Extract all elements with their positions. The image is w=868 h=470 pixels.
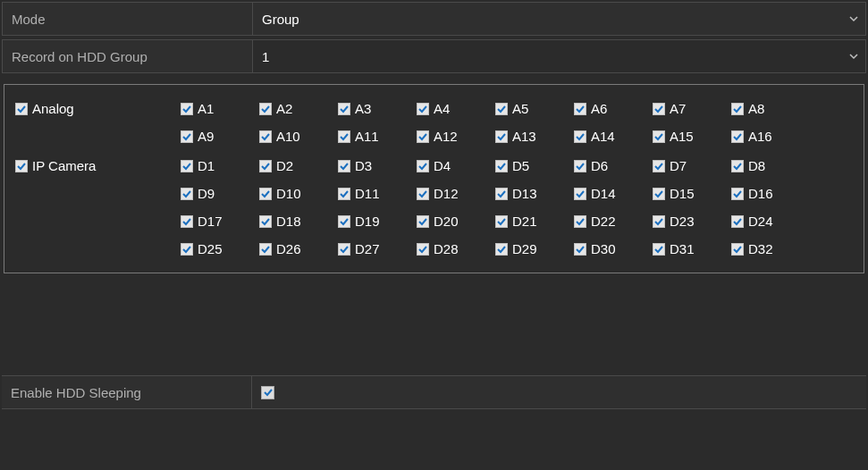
- checkbox-ipcamera-9[interactable]: [181, 188, 193, 200]
- checkbox-ipcamera-29[interactable]: [495, 243, 508, 256]
- checkbox-analog-8[interactable]: [731, 103, 744, 115]
- checkbox-analog-16[interactable]: [731, 130, 744, 143]
- checkbox-ipcamera-3[interactable]: [338, 160, 350, 172]
- channel-label: A16: [748, 129, 772, 144]
- checkbox-ipcamera-4[interactable]: [417, 160, 429, 172]
- checkbox-ipcamera-6[interactable]: [574, 160, 586, 172]
- checkbox-ipcamera-26[interactable]: [259, 243, 272, 256]
- channel-label: D5: [512, 158, 529, 173]
- checkbox-analog-all[interactable]: [15, 103, 28, 115]
- checkbox-analog-5[interactable]: [495, 103, 508, 115]
- checkbox-hdd-sleeping[interactable]: [261, 386, 274, 399]
- checkbox-analog-10[interactable]: [259, 130, 272, 143]
- hdd-sleeping-label: Enable HDD Sleeping: [2, 376, 252, 408]
- checkbox-ipcamera-8[interactable]: [731, 160, 744, 172]
- checkbox-analog-11[interactable]: [338, 130, 350, 143]
- checkbox-ipcamera-19[interactable]: [338, 215, 350, 228]
- checkbox-ipcamera-28[interactable]: [417, 243, 429, 256]
- channel-item: D22: [574, 214, 653, 229]
- channel-item: D27: [338, 241, 417, 256]
- checkbox-analog-9[interactable]: [181, 130, 193, 143]
- mode-label: Mode: [3, 3, 253, 35]
- checkbox-analog-12[interactable]: [417, 130, 429, 143]
- channel-item: A1: [181, 101, 259, 116]
- channel-item: D8: [731, 158, 810, 173]
- checkbox-ipcamera-32[interactable]: [731, 243, 744, 256]
- checkbox-ipcamera-24[interactable]: [731, 215, 744, 228]
- channel-item: A6: [574, 101, 653, 116]
- analog-grid: A1A2A3A4A5A6A7A8A9A10A11A12A13A14A15A16: [181, 101, 853, 144]
- checkbox-ipcamera-31[interactable]: [653, 243, 665, 256]
- channel-label: D17: [198, 214, 223, 229]
- channel-item: D9: [181, 186, 259, 201]
- channel-label: A1: [198, 101, 214, 116]
- channel-label: D1: [198, 158, 215, 173]
- channel-item: A9: [181, 129, 259, 144]
- channel-label: A3: [355, 101, 371, 116]
- channel-label: D4: [434, 158, 451, 173]
- checkbox-ipcamera-30[interactable]: [574, 243, 586, 256]
- channel-item: D18: [259, 214, 338, 229]
- checkbox-ipcamera-16[interactable]: [731, 188, 744, 200]
- checkbox-ipcamera-all[interactable]: [15, 160, 28, 172]
- record-group-value: 1: [262, 49, 269, 64]
- channel-item: D17: [181, 214, 259, 229]
- channel-item: D24: [731, 214, 810, 229]
- record-group-row: Record on HDD Group 1: [2, 39, 866, 73]
- hdd-sleeping-row: Enable HDD Sleeping: [2, 375, 866, 409]
- channel-item: D4: [417, 158, 495, 173]
- checkbox-ipcamera-1[interactable]: [181, 160, 193, 172]
- channel-label: D21: [512, 214, 537, 229]
- checkbox-ipcamera-12[interactable]: [417, 188, 429, 200]
- checkbox-ipcamera-20[interactable]: [417, 215, 429, 228]
- spacer: [2, 277, 866, 375]
- checkbox-analog-13[interactable]: [495, 130, 508, 143]
- channel-item: D5: [495, 158, 574, 173]
- checkbox-analog-7[interactable]: [653, 103, 665, 115]
- ipcamera-row: IP Camera D1D2D3D4D5D6D7D8D9D10D11D12D13…: [15, 158, 853, 256]
- channel-label: D24: [748, 214, 773, 229]
- channel-label: D6: [591, 158, 608, 173]
- checkbox-ipcamera-22[interactable]: [574, 215, 586, 228]
- checkbox-ipcamera-27[interactable]: [338, 243, 350, 256]
- mode-select[interactable]: Group: [253, 3, 865, 35]
- channel-item: D15: [653, 186, 731, 201]
- channel-label: D30: [591, 241, 616, 256]
- record-group-select[interactable]: 1: [253, 40, 865, 72]
- checkbox-analog-6[interactable]: [574, 103, 586, 115]
- checkbox-ipcamera-5[interactable]: [495, 160, 508, 172]
- checkbox-ipcamera-18[interactable]: [259, 215, 272, 228]
- checkbox-analog-14[interactable]: [574, 130, 586, 143]
- checkbox-ipcamera-10[interactable]: [259, 188, 272, 200]
- channel-label: A6: [591, 101, 607, 116]
- channel-label: A5: [512, 101, 528, 116]
- channel-item: D16: [731, 186, 810, 201]
- channel-label: D27: [355, 241, 380, 256]
- checkbox-analog-15[interactable]: [653, 130, 665, 143]
- channel-label: A10: [276, 129, 300, 144]
- checkbox-ipcamera-7[interactable]: [653, 160, 665, 172]
- checkbox-ipcamera-23[interactable]: [653, 215, 665, 228]
- checkbox-analog-2[interactable]: [259, 103, 272, 115]
- checkbox-ipcamera-15[interactable]: [653, 188, 665, 200]
- checkbox-ipcamera-2[interactable]: [259, 160, 272, 172]
- record-group-label: Record on HDD Group: [3, 40, 253, 72]
- checkbox-ipcamera-17[interactable]: [181, 215, 193, 228]
- storage-settings-panel: Mode Group Record on HDD Group 1 Analog: [0, 0, 868, 411]
- checkbox-analog-3[interactable]: [338, 103, 350, 115]
- channel-item: A5: [495, 101, 574, 116]
- checkbox-ipcamera-11[interactable]: [338, 188, 350, 200]
- channels-box: Analog A1A2A3A4A5A6A7A8A9A10A11A12A13A14…: [4, 84, 864, 273]
- channel-item: A14: [574, 129, 653, 144]
- checkbox-ipcamera-14[interactable]: [574, 188, 586, 200]
- checkbox-analog-1[interactable]: [181, 103, 193, 115]
- channel-label: D11: [355, 186, 380, 201]
- channel-label: D25: [198, 241, 223, 256]
- checkbox-ipcamera-25[interactable]: [181, 243, 193, 256]
- channel-label: A7: [670, 101, 686, 116]
- checkbox-ipcamera-21[interactable]: [495, 215, 508, 228]
- checkbox-analog-4[interactable]: [417, 103, 429, 115]
- channel-item: D7: [653, 158, 731, 173]
- channel-label: D14: [591, 186, 616, 201]
- checkbox-ipcamera-13[interactable]: [495, 188, 508, 200]
